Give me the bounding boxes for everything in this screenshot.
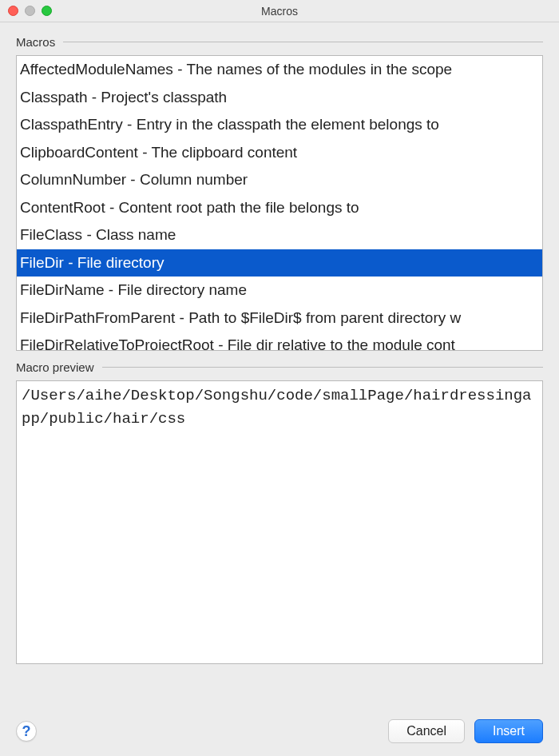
list-item[interactable]: ClasspathEntry - Entry in the classpath … <box>17 111 542 139</box>
list-item[interactable]: ColumnNumber - Column number <box>17 166 542 194</box>
minimize-icon <box>25 6 35 16</box>
insert-button[interactable]: Insert <box>474 719 543 743</box>
macro-preview-box[interactable]: /Users/aihe/Desktop/Songshu/code/smallPa… <box>16 380 543 664</box>
list-item[interactable]: AffectedModuleNames - The names of the m… <box>17 56 542 84</box>
preview-label: Macro preview <box>16 360 94 374</box>
window-title: Macros <box>6 5 553 18</box>
macros-dialog: Macros Macros AffectedModuleNames - The … <box>0 0 559 756</box>
divider <box>102 367 543 368</box>
list-item[interactable]: ClipboardContent - The clipboard content <box>17 139 542 167</box>
preview-section-header: Macro preview <box>16 360 543 374</box>
list-item[interactable]: FileDirName - File directory name <box>17 277 542 304</box>
titlebar: Macros <box>0 0 559 22</box>
divider <box>63 42 543 42</box>
dialog-content: Macros AffectedModuleNames - The names o… <box>0 22 559 711</box>
cancel-button[interactable]: Cancel <box>388 719 465 743</box>
dialog-footer: ? Cancel Insert <box>0 711 559 756</box>
help-icon: ? <box>22 723 31 740</box>
list-item[interactable]: FileClass - Class name <box>17 221 542 249</box>
preview-text: /Users/aihe/Desktop/Songshu/code/smallPa… <box>22 387 532 428</box>
list-item[interactable]: Classpath - Project's classpath <box>17 84 542 112</box>
macros-section-header: Macros <box>16 35 543 49</box>
help-button[interactable]: ? <box>16 721 37 742</box>
macros-section: Macros AffectedModuleNames - The names o… <box>16 35 543 351</box>
list-item[interactable]: ContentRoot - Content root path the file… <box>17 194 542 222</box>
macros-label: Macros <box>16 35 55 49</box>
list-item[interactable]: FileDirRelativeToProjectRoot - File dir … <box>17 332 542 351</box>
preview-section: Macro preview /Users/aihe/Desktop/Songsh… <box>16 360 543 664</box>
traffic-lights <box>8 6 52 16</box>
macros-list[interactable]: AffectedModuleNames - The names of the m… <box>16 55 543 351</box>
close-icon[interactable] <box>8 6 18 16</box>
list-item[interactable]: FileDir - File directory <box>17 249 542 277</box>
list-item[interactable]: FileDirPathFromParent - Path to $FileDir… <box>17 304 542 332</box>
maximize-icon[interactable] <box>42 6 52 16</box>
